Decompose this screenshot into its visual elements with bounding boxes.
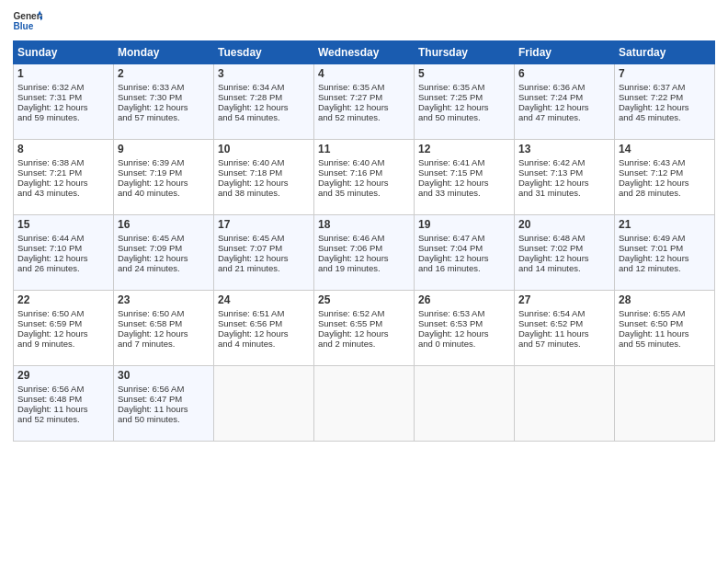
cell-text: Daylight: 12 hours (318, 102, 410, 112)
cell-text: Daylight: 12 hours (518, 178, 610, 188)
cell-text: Sunset: 7:02 PM (518, 243, 610, 253)
col-header-sunday: Sunday (14, 41, 114, 64)
cell-text: Sunrise: 6:54 AM (518, 308, 610, 318)
calendar-cell: 23Sunrise: 6:50 AMSunset: 6:58 PMDayligh… (114, 291, 214, 366)
day-number: 22 (17, 293, 109, 306)
calendar-cell: 21Sunrise: 6:49 AMSunset: 7:01 PMDayligh… (615, 215, 715, 291)
day-number: 20 (518, 218, 610, 231)
cell-text: Sunrise: 6:42 AM (518, 157, 610, 167)
cell-text: Sunset: 7:06 PM (318, 243, 410, 253)
day-number: 9 (118, 143, 210, 155)
day-number: 13 (518, 143, 610, 155)
cell-text: and 9 minutes. (17, 339, 109, 349)
cell-text: and 31 minutes. (518, 188, 610, 198)
calendar-cell: 22Sunrise: 6:50 AMSunset: 6:59 PMDayligh… (14, 291, 114, 366)
cell-text: Daylight: 12 hours (218, 253, 310, 263)
cell-text: Daylight: 12 hours (318, 253, 410, 263)
day-number: 10 (218, 143, 310, 155)
cell-text: Sunrise: 6:44 AM (17, 233, 109, 243)
col-header-saturday: Saturday (615, 41, 715, 64)
cell-text: and 24 minutes. (118, 263, 210, 273)
day-number: 3 (218, 67, 310, 80)
calendar-cell: 9Sunrise: 6:39 AMSunset: 7:19 PMDaylight… (114, 140, 214, 215)
cell-text: and 57 minutes. (518, 339, 610, 349)
header: General Blue (13, 9, 715, 35)
cell-text: Daylight: 12 hours (418, 102, 510, 112)
cell-text: Daylight: 11 hours (118, 404, 210, 414)
cell-text: Sunrise: 6:43 AM (619, 157, 711, 167)
day-number: 26 (418, 293, 510, 306)
cell-text: Daylight: 11 hours (619, 328, 711, 339)
cell-text: Sunrise: 6:51 AM (218, 308, 310, 318)
cell-text: Daylight: 12 hours (218, 328, 310, 339)
cell-text: and 40 minutes. (118, 188, 210, 198)
cell-text: Sunrise: 6:56 AM (118, 384, 210, 394)
day-number: 18 (318, 218, 410, 231)
cell-text: and 55 minutes. (619, 339, 711, 349)
cell-text: Sunrise: 6:40 AM (218, 157, 310, 167)
cell-text: and 52 minutes. (17, 414, 109, 424)
day-number: 28 (619, 293, 711, 306)
cell-text: Sunrise: 6:37 AM (619, 82, 711, 92)
cell-text: and 16 minutes. (418, 263, 510, 273)
calendar-cell: 18Sunrise: 6:46 AMSunset: 7:06 PMDayligh… (314, 215, 415, 291)
calendar-week-1: 1Sunrise: 6:32 AMSunset: 7:31 PMDaylight… (14, 64, 715, 140)
calendar-cell: 20Sunrise: 6:48 AMSunset: 7:02 PMDayligh… (515, 215, 615, 291)
day-number: 1 (17, 67, 109, 80)
day-number: 2 (118, 67, 210, 80)
cell-text: Sunset: 7:16 PM (318, 167, 410, 178)
cell-text: and 26 minutes. (17, 263, 109, 273)
cell-text: Sunset: 7:09 PM (118, 243, 210, 253)
cell-text: Sunrise: 6:53 AM (418, 308, 510, 318)
calendar-cell: 8Sunrise: 6:38 AMSunset: 7:21 PMDaylight… (14, 140, 114, 215)
cell-text: Sunset: 6:47 PM (118, 394, 210, 404)
cell-text: Sunrise: 6:39 AM (118, 157, 210, 167)
cell-text: Sunset: 7:01 PM (619, 243, 711, 253)
page-container: General Blue SundayMondayTuesdayWednesda… (0, 0, 728, 449)
cell-text: and 43 minutes. (17, 188, 109, 198)
cell-text: and 50 minutes. (418, 112, 510, 122)
cell-text: Sunrise: 6:38 AM (17, 157, 109, 167)
cell-text: Daylight: 12 hours (17, 253, 109, 263)
calendar-header-row: SundayMondayTuesdayWednesdayThursdayFrid… (14, 41, 715, 64)
cell-text: Sunset: 7:07 PM (218, 243, 310, 253)
day-number: 7 (619, 67, 711, 80)
calendar-cell (615, 366, 715, 442)
cell-text: Sunset: 7:04 PM (418, 243, 510, 253)
cell-text: Sunrise: 6:56 AM (17, 384, 109, 394)
cell-text: Daylight: 12 hours (118, 253, 210, 263)
calendar-cell: 14Sunrise: 6:43 AMSunset: 7:12 PMDayligh… (615, 140, 715, 215)
cell-text: and 14 minutes. (518, 263, 610, 273)
day-number: 12 (418, 143, 510, 155)
col-header-thursday: Thursday (415, 41, 515, 64)
cell-text: Sunset: 7:27 PM (318, 92, 410, 102)
cell-text: and 4 minutes. (218, 339, 310, 349)
cell-text: Sunset: 6:48 PM (17, 394, 109, 404)
cell-text: Daylight: 12 hours (418, 328, 510, 339)
cell-text: Daylight: 12 hours (218, 178, 310, 188)
day-number: 5 (418, 67, 510, 80)
day-number: 16 (118, 218, 210, 231)
cell-text: Sunrise: 6:48 AM (518, 233, 610, 243)
cell-text: Sunset: 7:19 PM (118, 167, 210, 178)
cell-text: Sunrise: 6:45 AM (218, 233, 310, 243)
col-header-monday: Monday (114, 41, 214, 64)
cell-text: Sunset: 7:21 PM (17, 167, 109, 178)
calendar-week-5: 29Sunrise: 6:56 AMSunset: 6:48 PMDayligh… (14, 366, 715, 442)
cell-text: Sunset: 7:24 PM (518, 92, 610, 102)
cell-text: and 19 minutes. (318, 263, 410, 273)
col-header-friday: Friday (515, 41, 615, 64)
cell-text: Sunrise: 6:50 AM (17, 308, 109, 318)
cell-text: Sunset: 7:28 PM (218, 92, 310, 102)
cell-text: and 12 minutes. (619, 263, 711, 273)
day-number: 6 (518, 67, 610, 80)
calendar-cell: 30Sunrise: 6:56 AMSunset: 6:47 PMDayligh… (114, 366, 214, 442)
cell-text: Daylight: 12 hours (619, 253, 711, 263)
cell-text: Daylight: 12 hours (518, 102, 610, 112)
cell-text: Sunrise: 6:55 AM (619, 308, 711, 318)
day-number: 8 (17, 143, 109, 155)
cell-text: Sunset: 6:56 PM (218, 318, 310, 328)
cell-text: and 21 minutes. (218, 263, 310, 273)
day-number: 29 (17, 369, 109, 382)
day-number: 11 (318, 143, 410, 155)
